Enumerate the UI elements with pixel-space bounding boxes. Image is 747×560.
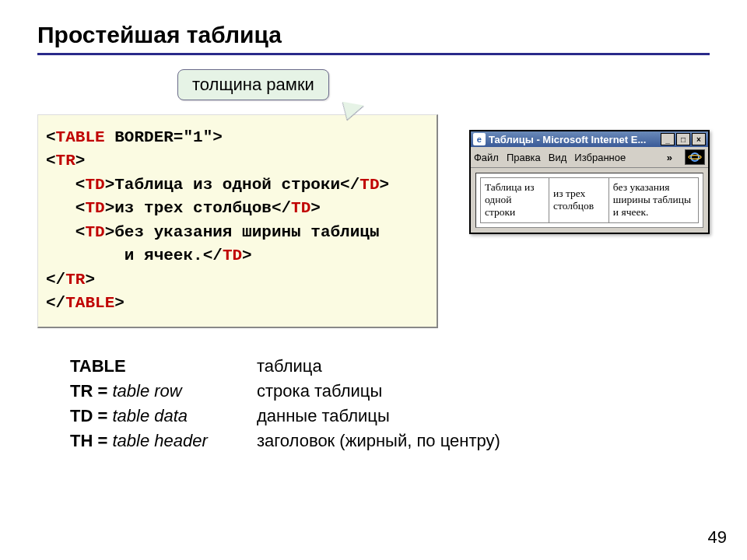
minimize-button[interactable]: _: [661, 133, 675, 145]
callout-border-width: толщина рамки: [177, 69, 329, 100]
menu-view[interactable]: Вид: [549, 152, 567, 163]
title-underline: [37, 53, 710, 55]
ie-icon: e: [473, 133, 486, 145]
rendered-table: Таблица из одной строки из трех столбцов…: [480, 177, 699, 223]
close-button[interactable]: ×: [692, 133, 706, 145]
def-row-td: TD = table data данные таблицы: [70, 406, 710, 426]
svg-point-0: [691, 153, 699, 161]
cell-2: из трех столбцов: [549, 178, 608, 223]
definitions-block: TABLE таблица TR = table row строка табл…: [70, 356, 710, 451]
browser-window: e Таблицы - Microsoft Internet E... _ □ …: [469, 130, 710, 234]
cell-1: Таблица из одной строки: [480, 178, 549, 223]
def-row-tr: TR = table row строка таблицы: [70, 381, 710, 401]
def-row-table: TABLE таблица: [70, 356, 710, 376]
maximize-button[interactable]: □: [676, 133, 690, 145]
menu-edit[interactable]: Правка: [507, 152, 541, 163]
code-block: <TABLE BORDER="1"> <TR> <TD>Таблица из о…: [37, 114, 438, 328]
browser-menubar: Файл Правка Вид Избранное »: [471, 147, 708, 168]
callout-tail: [339, 102, 363, 123]
def-row-th: TH = table header заголовок (жирный, по …: [70, 431, 710, 451]
browser-viewport: Таблица из одной строки из трех столбцов…: [475, 173, 703, 228]
browser-titlebar: e Таблицы - Microsoft Internet E... _ □ …: [471, 131, 708, 147]
page-title: Простейшая таблица: [37, 22, 710, 48]
menu-more-icon[interactable]: »: [667, 152, 672, 163]
browser-title: Таблицы - Microsoft Internet E...: [489, 134, 658, 145]
page-number: 49: [708, 527, 727, 548]
ie-logo-icon: [685, 149, 705, 165]
cell-3: без указания ширины таблицы и ячеек.: [608, 178, 698, 223]
menu-favorites[interactable]: Избранное: [574, 152, 626, 163]
menu-file[interactable]: Файл: [474, 152, 499, 163]
